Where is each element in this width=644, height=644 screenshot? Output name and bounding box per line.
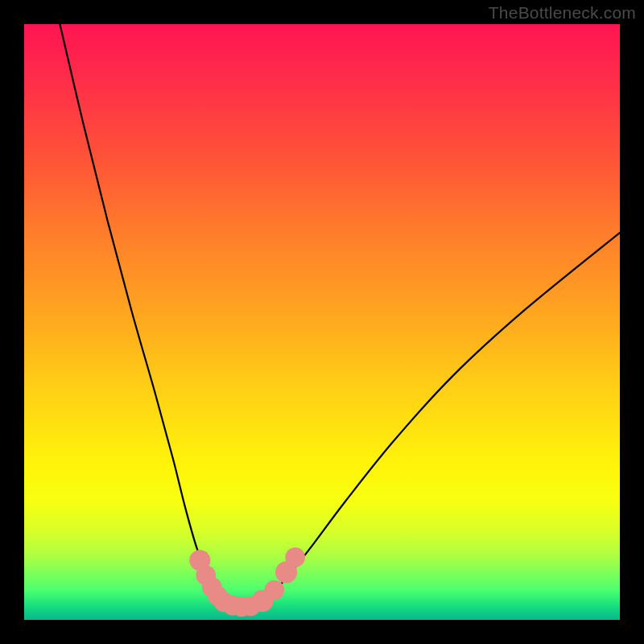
data-markers [189, 547, 305, 617]
data-marker [285, 547, 305, 568]
data-marker [264, 580, 284, 601]
chart-frame: TheBottleneck.com [0, 0, 644, 644]
bottleneck-curve [60, 24, 620, 608]
watermark-text: TheBottleneck.com [489, 3, 636, 23]
chart-svg [24, 24, 620, 620]
plot-area [24, 24, 620, 620]
